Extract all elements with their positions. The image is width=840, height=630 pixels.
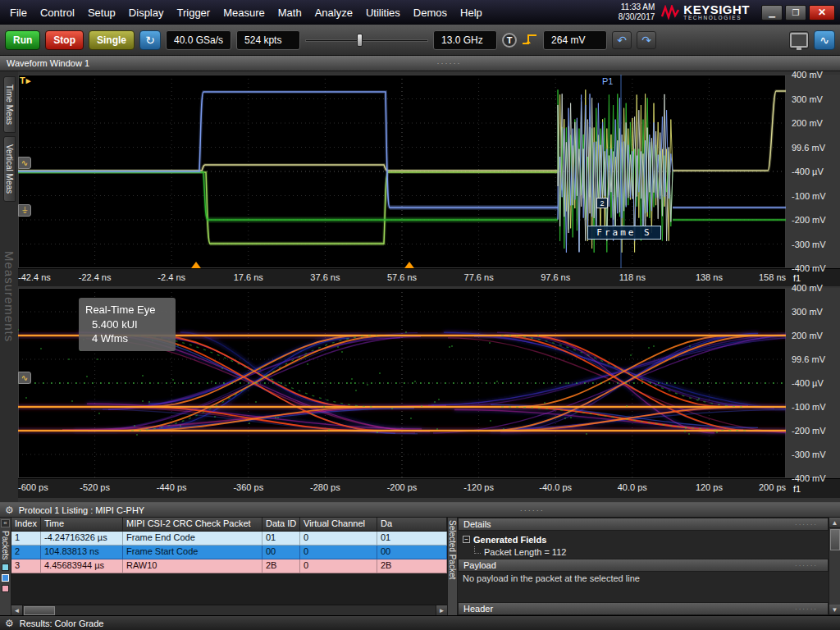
tree-field-label: Packet Length = 112 [484,547,566,557]
column-header[interactable]: MIPI CSI-2 CRC Check Packet [123,518,262,532]
vscroll-thumb[interactable] [830,529,840,550]
menu-analyze[interactable]: Analyze [308,2,359,23]
plot2-canvas[interactable]: ∿ Real-Time Eye 5.400 kUI 4 Wfms [18,288,786,478]
header-drag-handle[interactable]: ······ [795,605,823,613]
menu-utilities[interactable]: Utilities [359,2,407,23]
waveform-window-title: Waveform Window 1 [7,58,89,68]
packet-marker[interactable]: 2 [596,198,608,208]
measurements-tab[interactable]: Measurements [2,251,16,342]
trigger-time-marker[interactable] [191,262,201,268]
menu-control[interactable]: Control [34,2,81,23]
collapse-icon[interactable]: « [1,519,10,527]
column-header[interactable]: Index [11,518,41,532]
waveform-window-titlebar[interactable]: Waveform Window 1 ······ [0,56,840,71]
scroll-right-icon[interactable]: ► [436,605,447,616]
ground-marker-icon[interactable]: ⏚ [18,204,31,217]
trigger-level-field[interactable]: 264 mV [543,30,607,50]
details-bar[interactable]: Details ······ [458,518,829,531]
packets-tab[interactable]: « Packets [0,518,11,615]
tree-group-row[interactable]: − Generated Fields [463,533,825,546]
p1-cursor-label: P1 [602,76,613,86]
eye-marker-icon[interactable]: ∿ [18,372,31,384]
tree-field-row[interactable]: Packet Length = 112 [463,546,825,558]
side-tab-0[interactable]: Time Meas [3,76,16,133]
redo-button[interactable]: ↷ [637,31,656,49]
plot1-canvas[interactable]: T ∿ ⏚ P1 2 Frame S [18,75,786,268]
undo-button[interactable]: ↶ [612,31,632,49]
auto-scale-button[interactable]: ∿ [814,30,835,50]
timebase-reference-marker[interactable] [404,262,414,268]
clock: 11:33 AM 8/30/2017 [619,2,655,22]
settings-gear-icon[interactable]: ⚙ [5,618,14,629]
menu-file[interactable]: File [3,2,34,23]
restore-button[interactable]: ❐ [785,5,806,21]
packet-type-swatch-pink[interactable] [2,585,9,592]
selected-packet-label: Selected Packet [448,520,457,615]
side-tabs: Time MeasVertical Meas [3,76,16,205]
menu-measure[interactable]: Measure [217,2,272,23]
trigger-level-marker[interactable]: T [20,75,30,86]
side-tab-1[interactable]: Vertical Meas [3,136,16,202]
scroll-down-icon[interactable]: ▼ [829,605,840,615]
scroll-left-icon[interactable]: ◄ [11,605,23,616]
packet-row[interactable]: 2104.83813 nsFrame Start Code00000 [11,546,447,559]
close-button[interactable]: ✕ [809,5,835,21]
table-hscrollbar[interactable]: ◄ ► [11,605,447,615]
single-button[interactable]: Single [89,30,135,50]
stop-button[interactable]: Stop [45,30,84,50]
plot2-yaxis: 400 mV300 mV200 mV99.6 mV-400 µV-100 mV-… [786,288,840,478]
packet-cell: 2B [262,559,300,573]
packet-cell: 0 [300,546,377,559]
packet-row[interactable]: 1-4.24716326 µsFrame End Code01001 [11,532,447,546]
packet-type-swatch-cyan[interactable] [2,564,9,571]
minimize-button[interactable]: ▁ [761,5,783,21]
details-drag-handle[interactable]: ······ [795,521,823,528]
packet-type-swatch-blue[interactable] [2,574,9,582]
bandwidth-field[interactable]: 13.0 GHz [433,30,497,50]
run-button[interactable]: Run [5,30,40,50]
packet-cell: 0 [300,532,377,546]
sample-rate-field[interactable]: 40.0 GSa/s [166,30,231,50]
results-label: Results: Color Grade [20,619,104,628]
plot2-block: ∿ Real-Time Eye 5.400 kUI 4 Wfms 400 mV3… [18,288,840,498]
menu-math[interactable]: Math [272,2,308,23]
column-header[interactable]: Da [377,518,447,532]
scroll-up-icon[interactable]: ▲ [829,518,840,528]
x-tick: 57.6 ns [387,272,417,282]
trigger-edge-icon[interactable] [522,33,538,47]
menu-display[interactable]: Display [122,2,171,23]
x-tick: -22.4 ns [79,272,112,282]
column-header[interactable]: Data ID [262,518,300,532]
hscroll-thumb[interactable] [24,606,55,615]
payload-text: No payload in the packet at the selected… [458,572,829,602]
collapse-node-icon[interactable]: − [463,536,470,543]
channel-marker-icon[interactable]: ∿ [18,157,31,169]
frame-annotation[interactable]: Frame S [587,226,661,240]
column-header[interactable]: Time [41,518,123,532]
packet-row[interactable]: 34.45683944 µsRAW102B02B [11,559,447,573]
details-vscrollbar[interactable]: ▲ ▼ [829,518,840,615]
tree-group-label: Generated Fields [473,535,546,545]
protocol-header[interactable]: ⚙ Protocol 1 Listing : MIPI C-PHY ······ [0,503,840,518]
plot1-yaxis: 400 mV300 mV200 mV99.6 mV-400 µV-100 mV-… [786,75,840,268]
column-header[interactable]: Virtual Channel [300,518,377,532]
gear-icon[interactable]: ⚙ [5,504,14,516]
slider-handle[interactable] [357,34,363,47]
memory-depth-field[interactable]: 524 kpts [236,30,300,50]
payload-drag-handle[interactable]: ······ [795,562,823,569]
payload-bar[interactable]: Payload ······ [458,559,829,572]
menu-help[interactable]: Help [454,2,489,23]
trigger-source-icon[interactable]: T [502,33,517,48]
drag-handle[interactable]: ······ [436,59,461,67]
menu-setup[interactable]: Setup [81,2,122,23]
menu-trigger[interactable]: Trigger [170,2,217,23]
menu-demos[interactable]: Demos [407,2,454,23]
header-bar[interactable]: Header ······ [458,602,829,615]
run-control-loop-button[interactable]: ↻ [139,30,161,50]
packet-cell: 0 [300,559,377,573]
protocol-drag-handle[interactable]: ······ [520,506,545,514]
selected-packet-tab[interactable]: Selected Packet [447,518,458,615]
horizontal-position-slider[interactable] [305,30,428,50]
touch-screen-button[interactable] [789,31,809,49]
eye-info-kui: 5.400 kUI [85,317,169,332]
